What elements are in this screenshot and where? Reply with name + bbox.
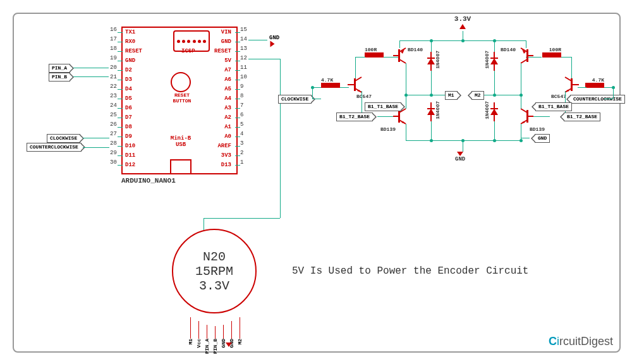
nano-pinnum-r13: 2 (240, 150, 243, 156)
res-100r-left: 100R (365, 47, 384, 58)
motor-pin-pin_b: PIN_B (212, 339, 218, 354)
net-b1t2-left: B1_T2_BASE (336, 112, 373, 121)
nano-pinnum-l10: 26 (110, 121, 117, 128)
nano-pinnum-l14: 30 (110, 159, 117, 166)
nano-pin-d4: D4 (125, 86, 132, 92)
svg-line-7 (399, 59, 406, 63)
nano-pin-d2: D2 (125, 67, 132, 73)
diode-tl-label: 1N4007 (435, 51, 441, 69)
motor-pins: M1VccPIN_APIN_BGNDGNDM2 (188, 312, 243, 354)
nano-pinnum-l2: 18 (110, 46, 117, 52)
nano-pinnum-r8: 7 (240, 102, 243, 109)
arduino-name: ARDUINO_NANO1 (121, 177, 176, 185)
nano-pin-d11: D11 (125, 152, 135, 159)
nano-pinnum-r11: 4 (240, 131, 243, 137)
net-pin-a: PIN_A (49, 64, 70, 73)
encoder-note: 5V Is Used to Power the Encoder Circuit (292, 265, 528, 277)
svg-marker-16 (427, 58, 435, 64)
nano-pin-r-3v3: 3V3 (221, 152, 231, 159)
net-cw-hb: CLOCKWISE (278, 95, 312, 104)
nano-pinnum-r6: 9 (240, 83, 243, 90)
nano-pinnum-r10: 5 (240, 121, 243, 128)
net-b1t1-left: B1_T1_BASE (365, 102, 401, 111)
nano-pinnum-l13: 29 (110, 150, 117, 156)
nano-pinnum-r3: 12 (240, 55, 247, 61)
nano-pinnum-l8: 24 (110, 102, 117, 109)
nano-pin-gnd: GND (125, 58, 135, 64)
schematic-frame: ICSP RESET BUTTON Mini-B USB ARDUINO_NAN… (13, 13, 621, 353)
hbridge-gnd: GND (455, 152, 465, 162)
bc547-right (564, 77, 579, 92)
nano-pinnum-r12: 3 (240, 140, 243, 147)
nano-pinnum-l5: 21 (110, 74, 117, 80)
bc547-left (348, 77, 363, 92)
nano-pin-d9: D9 (125, 133, 132, 140)
res-47k-right: 4.7K (585, 77, 604, 88)
motor-pin-m2: M2 (237, 339, 243, 345)
nano-pinnum-r5: 10 (240, 74, 247, 80)
icsp-label: ICSP (181, 48, 195, 54)
bd139-right-label: BD139 (530, 126, 545, 132)
nano-pin-r-a2: A2 (224, 114, 231, 121)
gnd-label-nano: GND (269, 35, 279, 41)
nano-pinnum-l1: 17 (110, 36, 117, 42)
nano-pinnum-l6: 22 (110, 83, 117, 90)
nano-pin-r-a3: A3 (224, 105, 231, 111)
nano-pin-d12: D12 (125, 162, 135, 168)
svg-marker-37 (490, 58, 498, 64)
svg-line-1 (355, 77, 362, 81)
bc547-right-label: BC547 (551, 94, 566, 99)
motor-voltage: 3.3V (199, 279, 229, 293)
nano-pin-r-reset: RESET (214, 48, 231, 54)
bd140-right (518, 48, 533, 63)
nano-pin-rx0: RX0 (125, 39, 135, 45)
net-gnd-right: GND (535, 134, 550, 143)
nano-pinnum-r1: 14 (240, 36, 247, 42)
svg-marker-40 (490, 109, 498, 115)
nano-pin-r-a4: A4 (224, 95, 231, 102)
bc547-left-label: BC547 (356, 94, 372, 99)
reset-button-label: RESET BUTTON (169, 92, 195, 104)
motor-name: N20 (203, 250, 226, 264)
nano-pinnum-l0: 16 (110, 27, 117, 33)
nano-pin-d6: D6 (125, 105, 132, 111)
nano-pinnum-r4: 11 (240, 64, 247, 71)
nano-pinnum-l9: 25 (110, 112, 117, 118)
nano-pin-tx1: TX1 (125, 29, 135, 35)
net-b1t1-right: B1_T1_BASE (535, 102, 572, 111)
motor-n20: N20 15RPM 3.3V (172, 229, 257, 313)
usb-label: Mini-B USB (168, 135, 193, 148)
motor-rpm: 15RPM (195, 264, 233, 279)
gnd-symbol-icon (270, 41, 275, 47)
nano-pin-d10: D10 (125, 143, 135, 149)
nano-pin-r-a0: A0 (224, 133, 231, 140)
res-100r-right: 100R (542, 47, 561, 58)
nano-pin-r-5v: 5V (224, 58, 231, 64)
nano-pin-r-a1: A1 (224, 124, 231, 130)
nano-pin-r-vin: VIN (221, 29, 231, 35)
nano-pin-d5: D5 (125, 95, 132, 102)
nano-pinnum-r7: 8 (240, 93, 243, 99)
net-m2: M2 (471, 91, 484, 100)
nano-pin-r-a5: A5 (224, 86, 231, 92)
usb-port-icon (170, 159, 191, 174)
nano-pin-d8: D8 (125, 124, 132, 130)
res-47k-left: 4.7K (321, 77, 340, 88)
nano-pinnum-r9: 6 (240, 112, 243, 118)
nano-pinnum-r0: 15 (240, 27, 247, 33)
svg-line-22 (565, 77, 571, 81)
svg-marker-19 (427, 109, 435, 115)
bd140-right-label: BD140 (501, 47, 516, 52)
net-m1: M1 (445, 91, 458, 100)
reset-button-icon (171, 72, 191, 92)
nano-pin-d7: D7 (125, 114, 132, 121)
motor-pin-m1: M1 (188, 339, 193, 345)
svg-line-32 (521, 109, 527, 112)
motor-pin-pin_a: PIN_A (204, 339, 210, 354)
diode-tr-label: 1N4007 (484, 51, 490, 69)
nano-pin-r-gnd: GND (221, 39, 231, 45)
svg-line-28 (521, 59, 527, 63)
nano-pinnum-l11: 27 (110, 131, 117, 137)
nano-pin-r-aref: AREF (217, 143, 231, 149)
nano-pinnum-r2: 13 (240, 46, 247, 52)
